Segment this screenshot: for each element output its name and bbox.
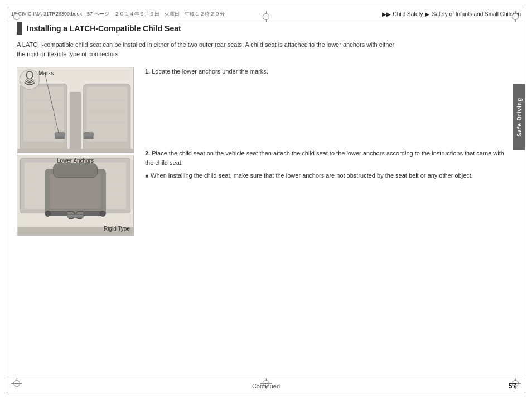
main-content: Installing a LATCH-Compatible Child Seat… — [17, 22, 504, 372]
rigid-type-label: Rigid Type — [104, 226, 130, 232]
breadcrumb-infants: Safety of Infants and Small Children — [432, 11, 521, 17]
lower-anchors-label: Lower Anchors — [57, 158, 94, 164]
section-heading: Installing a LATCH-Compatible Child Seat — [17, 22, 504, 35]
step-2-number: 2. — [145, 150, 150, 157]
rear-seat-svg — [17, 67, 133, 153]
corner-crosshair-tr — [510, 11, 521, 22]
page-footer: Continued 57 — [7, 378, 525, 393]
svg-rect-13 — [55, 136, 65, 139]
corner-crosshair-tm — [260, 11, 272, 22]
svg-rect-11 — [70, 92, 81, 153]
svg-rect-15 — [84, 136, 94, 139]
rigid-type-svg — [17, 155, 133, 235]
heading-bar — [17, 22, 22, 35]
image-column: Marks — [17, 67, 134, 236]
step-1-number: 1. — [145, 68, 150, 75]
svg-point-30 — [45, 211, 51, 217]
step-1-text: Locate the lower anchors under the marks… — [152, 68, 268, 75]
breadcrumb: ▶▶ Child Safety ▶ Safety of Infants and … — [382, 11, 521, 17]
sidebar-tab-label: Safe Driving — [516, 97, 523, 136]
footer-continued: Continued — [252, 383, 280, 389]
breadcrumb-arrows: ▶▶ — [382, 11, 391, 17]
svg-point-32 — [100, 211, 105, 217]
page-number: 57 — [509, 382, 516, 390]
svg-rect-33 — [67, 215, 84, 218]
breadcrumb-arrow2: ▶ — [425, 11, 429, 17]
marks-label: Marks — [38, 70, 54, 76]
step-2-text: Place the child seat on the vehicle seat… — [145, 150, 504, 166]
two-column-layout: Marks — [17, 67, 504, 236]
intro-paragraph: A LATCH-compatible child seat can be ins… — [17, 40, 396, 59]
svg-point-17 — [20, 70, 40, 90]
sidebar-tab: Safe Driving — [513, 84, 525, 150]
child-seat-rigid-image: Lower Anchors Rigid Type — [17, 155, 134, 236]
step-2-sub-text: When installing the child seat, make sur… — [151, 171, 473, 181]
step-2: 2. Place the child seat on the vehicle s… — [145, 149, 504, 181]
svg-rect-16 — [17, 149, 133, 153]
corner-crosshair-tl — [11, 11, 22, 22]
seat-marks-image: Marks — [17, 67, 134, 153]
svg-rect-27 — [50, 174, 101, 209]
section-title: Installing a LATCH-Compatible Child Seat — [27, 24, 181, 33]
header-file-info: 15 CIVIC IMA-31TR26300.book 57 ページ ２０１４年… — [11, 11, 225, 18]
step-2-main: 2. Place the child seat on the vehicle s… — [145, 149, 504, 168]
step-2-sub: ■ When installing the child seat, make s… — [145, 171, 504, 181]
step-1: 1. Locate the lower anchors under the ma… — [145, 67, 504, 76]
step-sub-bullet: ■ — [145, 172, 148, 181]
svg-rect-14 — [84, 133, 94, 137]
breadcrumb-child-safety: Child Safety — [393, 11, 423, 17]
instructions-column: 1. Locate the lower anchors under the ma… — [145, 67, 504, 189]
svg-rect-28 — [54, 164, 98, 178]
svg-rect-12 — [55, 133, 65, 137]
